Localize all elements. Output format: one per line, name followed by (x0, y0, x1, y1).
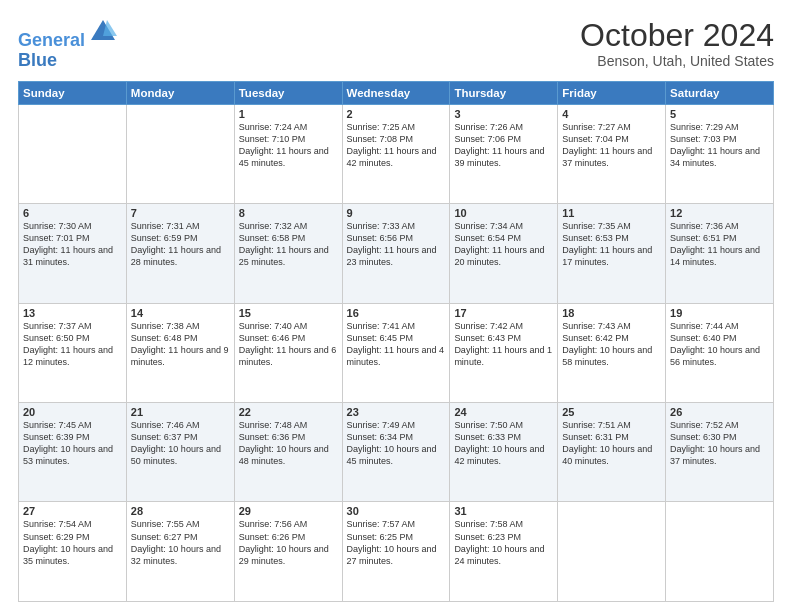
weekday-header: Tuesday (234, 81, 342, 104)
calendar-cell: 7Sunrise: 7:31 AMSunset: 6:59 PMDaylight… (126, 204, 234, 303)
day-number: 7 (131, 207, 230, 219)
day-info: Sunrise: 7:38 AMSunset: 6:48 PMDaylight:… (131, 320, 230, 369)
day-info: Sunrise: 7:35 AMSunset: 6:53 PMDaylight:… (562, 220, 661, 269)
day-number: 20 (23, 406, 122, 418)
logo-text: General (18, 18, 117, 51)
day-number: 11 (562, 207, 661, 219)
day-number: 6 (23, 207, 122, 219)
calendar-cell: 16Sunrise: 7:41 AMSunset: 6:45 PMDayligh… (342, 303, 450, 402)
day-info: Sunrise: 7:32 AMSunset: 6:58 PMDaylight:… (239, 220, 338, 269)
day-info: Sunrise: 7:54 AMSunset: 6:29 PMDaylight:… (23, 518, 122, 567)
calendar-cell (558, 502, 666, 602)
day-info: Sunrise: 7:55 AMSunset: 6:27 PMDaylight:… (131, 518, 230, 567)
calendar-cell: 31Sunrise: 7:58 AMSunset: 6:23 PMDayligh… (450, 502, 558, 602)
day-info: Sunrise: 7:51 AMSunset: 6:31 PMDaylight:… (562, 419, 661, 468)
day-info: Sunrise: 7:45 AMSunset: 6:39 PMDaylight:… (23, 419, 122, 468)
calendar-cell: 30Sunrise: 7:57 AMSunset: 6:25 PMDayligh… (342, 502, 450, 602)
logo: General Blue (18, 18, 117, 71)
page: General Blue October 2024 Benson, Utah, … (0, 0, 792, 612)
calendar-cell: 6Sunrise: 7:30 AMSunset: 7:01 PMDaylight… (19, 204, 127, 303)
day-info: Sunrise: 7:44 AMSunset: 6:40 PMDaylight:… (670, 320, 769, 369)
day-number: 24 (454, 406, 553, 418)
day-number: 1 (239, 108, 338, 120)
calendar-cell: 17Sunrise: 7:42 AMSunset: 6:43 PMDayligh… (450, 303, 558, 402)
day-number: 16 (347, 307, 446, 319)
weekday-header: Friday (558, 81, 666, 104)
day-info: Sunrise: 7:56 AMSunset: 6:26 PMDaylight:… (239, 518, 338, 567)
calendar-cell: 27Sunrise: 7:54 AMSunset: 6:29 PMDayligh… (19, 502, 127, 602)
day-number: 13 (23, 307, 122, 319)
calendar-cell (19, 104, 127, 203)
calendar-cell: 21Sunrise: 7:46 AMSunset: 6:37 PMDayligh… (126, 403, 234, 502)
day-info: Sunrise: 7:46 AMSunset: 6:37 PMDaylight:… (131, 419, 230, 468)
day-info: Sunrise: 7:25 AMSunset: 7:08 PMDaylight:… (347, 121, 446, 170)
weekday-header: Thursday (450, 81, 558, 104)
logo-blue: Blue (18, 51, 117, 71)
calendar-week-row: 13Sunrise: 7:37 AMSunset: 6:50 PMDayligh… (19, 303, 774, 402)
month-title: October 2024 (580, 18, 774, 53)
calendar-cell: 23Sunrise: 7:49 AMSunset: 6:34 PMDayligh… (342, 403, 450, 502)
header: General Blue October 2024 Benson, Utah, … (18, 18, 774, 71)
day-number: 4 (562, 108, 661, 120)
day-number: 25 (562, 406, 661, 418)
calendar-week-row: 27Sunrise: 7:54 AMSunset: 6:29 PMDayligh… (19, 502, 774, 602)
title-block: October 2024 Benson, Utah, United States (580, 18, 774, 69)
day-number: 5 (670, 108, 769, 120)
day-info: Sunrise: 7:24 AMSunset: 7:10 PMDaylight:… (239, 121, 338, 170)
day-number: 18 (562, 307, 661, 319)
calendar-cell: 3Sunrise: 7:26 AMSunset: 7:06 PMDaylight… (450, 104, 558, 203)
day-info: Sunrise: 7:34 AMSunset: 6:54 PMDaylight:… (454, 220, 553, 269)
day-number: 23 (347, 406, 446, 418)
day-info: Sunrise: 7:49 AMSunset: 6:34 PMDaylight:… (347, 419, 446, 468)
calendar-cell: 4Sunrise: 7:27 AMSunset: 7:04 PMDaylight… (558, 104, 666, 203)
day-info: Sunrise: 7:37 AMSunset: 6:50 PMDaylight:… (23, 320, 122, 369)
calendar-cell: 14Sunrise: 7:38 AMSunset: 6:48 PMDayligh… (126, 303, 234, 402)
day-number: 26 (670, 406, 769, 418)
calendar-cell: 25Sunrise: 7:51 AMSunset: 6:31 PMDayligh… (558, 403, 666, 502)
calendar-cell: 26Sunrise: 7:52 AMSunset: 6:30 PMDayligh… (666, 403, 774, 502)
day-number: 21 (131, 406, 230, 418)
logo-icon (89, 18, 117, 46)
calendar-cell: 15Sunrise: 7:40 AMSunset: 6:46 PMDayligh… (234, 303, 342, 402)
day-info: Sunrise: 7:31 AMSunset: 6:59 PMDaylight:… (131, 220, 230, 269)
day-number: 3 (454, 108, 553, 120)
calendar-cell: 24Sunrise: 7:50 AMSunset: 6:33 PMDayligh… (450, 403, 558, 502)
weekday-header: Saturday (666, 81, 774, 104)
calendar-header-row: SundayMondayTuesdayWednesdayThursdayFrid… (19, 81, 774, 104)
calendar-cell: 2Sunrise: 7:25 AMSunset: 7:08 PMDaylight… (342, 104, 450, 203)
day-info: Sunrise: 7:48 AMSunset: 6:36 PMDaylight:… (239, 419, 338, 468)
calendar-cell: 9Sunrise: 7:33 AMSunset: 6:56 PMDaylight… (342, 204, 450, 303)
day-number: 9 (347, 207, 446, 219)
day-info: Sunrise: 7:43 AMSunset: 6:42 PMDaylight:… (562, 320, 661, 369)
day-info: Sunrise: 7:57 AMSunset: 6:25 PMDaylight:… (347, 518, 446, 567)
weekday-header: Sunday (19, 81, 127, 104)
day-info: Sunrise: 7:26 AMSunset: 7:06 PMDaylight:… (454, 121, 553, 170)
calendar-cell: 8Sunrise: 7:32 AMSunset: 6:58 PMDaylight… (234, 204, 342, 303)
day-info: Sunrise: 7:50 AMSunset: 6:33 PMDaylight:… (454, 419, 553, 468)
day-info: Sunrise: 7:30 AMSunset: 7:01 PMDaylight:… (23, 220, 122, 269)
calendar-week-row: 20Sunrise: 7:45 AMSunset: 6:39 PMDayligh… (19, 403, 774, 502)
calendar-cell: 19Sunrise: 7:44 AMSunset: 6:40 PMDayligh… (666, 303, 774, 402)
logo-general: General (18, 30, 85, 50)
calendar-week-row: 1Sunrise: 7:24 AMSunset: 7:10 PMDaylight… (19, 104, 774, 203)
calendar-cell: 10Sunrise: 7:34 AMSunset: 6:54 PMDayligh… (450, 204, 558, 303)
day-info: Sunrise: 7:33 AMSunset: 6:56 PMDaylight:… (347, 220, 446, 269)
calendar-cell: 29Sunrise: 7:56 AMSunset: 6:26 PMDayligh… (234, 502, 342, 602)
day-info: Sunrise: 7:27 AMSunset: 7:04 PMDaylight:… (562, 121, 661, 170)
calendar-cell: 12Sunrise: 7:36 AMSunset: 6:51 PMDayligh… (666, 204, 774, 303)
calendar-cell (666, 502, 774, 602)
location: Benson, Utah, United States (580, 53, 774, 69)
day-number: 29 (239, 505, 338, 517)
day-number: 27 (23, 505, 122, 517)
day-number: 30 (347, 505, 446, 517)
day-number: 2 (347, 108, 446, 120)
day-info: Sunrise: 7:41 AMSunset: 6:45 PMDaylight:… (347, 320, 446, 369)
day-info: Sunrise: 7:40 AMSunset: 6:46 PMDaylight:… (239, 320, 338, 369)
day-number: 17 (454, 307, 553, 319)
calendar-cell: 1Sunrise: 7:24 AMSunset: 7:10 PMDaylight… (234, 104, 342, 203)
day-number: 31 (454, 505, 553, 517)
calendar-cell: 11Sunrise: 7:35 AMSunset: 6:53 PMDayligh… (558, 204, 666, 303)
day-number: 12 (670, 207, 769, 219)
calendar-cell: 22Sunrise: 7:48 AMSunset: 6:36 PMDayligh… (234, 403, 342, 502)
day-number: 8 (239, 207, 338, 219)
